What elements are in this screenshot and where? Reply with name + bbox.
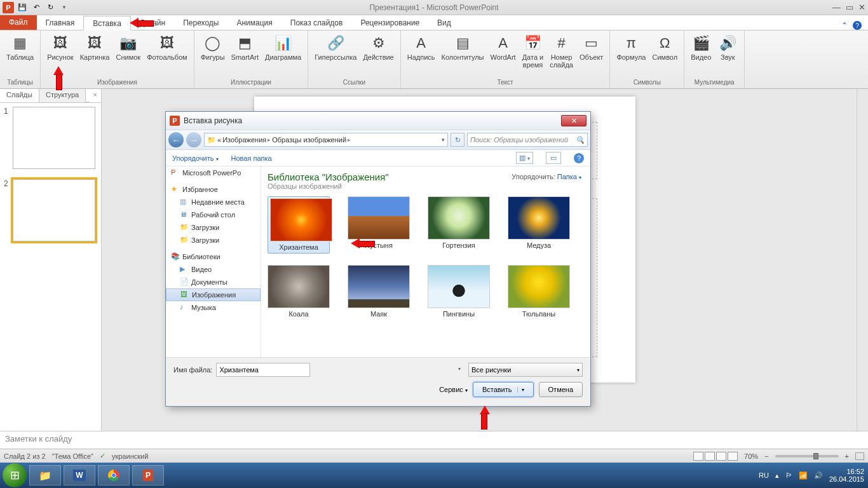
tab-показ слайдов[interactable]: Показ слайдов <box>281 15 352 30</box>
reading-view-icon[interactable] <box>716 452 726 461</box>
wordart-btn[interactable]: AWordArt <box>488 32 519 62</box>
zoom-value[interactable]: 70% <box>744 452 758 460</box>
chart-btn[interactable]: 📊Диаграмма <box>262 32 304 62</box>
zoom-in-icon[interactable]: + <box>845 452 849 460</box>
nav-forward-button[interactable]: → <box>186 132 201 147</box>
view-mode-button[interactable]: ▥ ▾ <box>516 152 533 164</box>
favorites-node[interactable]: ★Избранное <box>166 183 261 196</box>
file-koala[interactable]: Коала <box>268 265 330 318</box>
panel-close-icon[interactable]: × <box>90 89 101 102</box>
qat-customize-icon[interactable]: ▼ <box>58 2 70 13</box>
spellcheck-icon[interactable]: ✓ <box>100 452 105 460</box>
file-chrysanthemum[interactable]: Хризантема <box>268 196 330 254</box>
help-icon[interactable]: ? <box>853 21 862 30</box>
crumb-segment[interactable]: « <box>217 136 221 144</box>
taskbar-powerpoint[interactable]: P <box>132 465 164 485</box>
tab-вид[interactable]: Вид <box>428 15 460 30</box>
refresh-icon[interactable]: ↻ <box>451 133 465 147</box>
tray-time[interactable]: 16:52 <box>829 468 864 475</box>
restore-icon[interactable]: ▭ <box>846 3 853 12</box>
vertical-scrollbar[interactable] <box>857 89 868 431</box>
datetime-btn[interactable]: 📅Дата и время <box>520 32 546 70</box>
tray-date[interactable]: 26.04.2015 <box>829 475 864 483</box>
slide-thumbnail[interactable] <box>13 179 95 241</box>
preview-pane-button[interactable]: ▭ <box>546 152 561 164</box>
redo-icon[interactable]: ↻ <box>44 2 56 13</box>
dialog-titlebar[interactable]: P Вставка рисунка ✕ <box>166 112 590 130</box>
slideshow-view-icon[interactable] <box>728 452 738 461</box>
tray-flag-icon[interactable]: 🏳 <box>785 471 792 479</box>
images-node[interactable]: 🖼Изображения <box>166 288 261 301</box>
downloads2-node[interactable]: 📁Загрузки <box>166 234 261 247</box>
file-hydrangeas[interactable]: Гортензия <box>428 196 490 254</box>
minimize-ribbon-icon[interactable]: ⌃ <box>841 21 848 30</box>
powerpoint-node[interactable]: PMicrosoft PowerPo <box>166 166 261 179</box>
video-node[interactable]: ▶Видео <box>166 263 261 276</box>
taskbar-chrome[interactable] <box>98 465 130 485</box>
tab-переходы[interactable]: Переходы <box>174 15 227 30</box>
minimize-icon[interactable]: ― <box>832 3 841 12</box>
file-tulips[interactable]: Тюльпаны <box>508 265 570 318</box>
symbol-btn[interactable]: ΩСимвол <box>649 32 680 62</box>
music-node[interactable]: ♪Музыка <box>166 301 261 314</box>
table-btn[interactable]: ▦Таблица <box>4 32 36 62</box>
photoalbum-btn[interactable]: 🖼Фотоальбом <box>144 32 190 62</box>
filename-input[interactable] <box>216 363 310 377</box>
library-sort[interactable]: Упорядочить: Папка ▾ <box>512 173 581 180</box>
tray-volume-icon[interactable]: 🔊 <box>814 471 823 480</box>
screenshot-btn[interactable]: 📷Снимок <box>113 32 143 62</box>
slidenumber-btn[interactable]: #Номер слайда <box>547 32 576 70</box>
tray-network-icon[interactable]: 📶 <box>799 471 808 480</box>
action-btn[interactable]: ⚙Действие <box>360 32 396 62</box>
hyperlink-btn[interactable]: 🔗Гиперссылка <box>312 32 359 62</box>
video-btn[interactable]: 🎬Видео <box>688 32 714 62</box>
taskbar-explorer[interactable]: 📁 <box>29 465 61 485</box>
filename-dropdown-icon[interactable]: ▾ <box>458 366 461 372</box>
picture-btn[interactable]: 🖼Рисунок <box>44 32 76 62</box>
tray-lang[interactable]: RU <box>759 471 769 479</box>
tools-button[interactable]: Сервис ▾ <box>439 386 468 393</box>
panel-tab-slides[interactable]: Слайды <box>0 89 39 102</box>
clipart-btn[interactable]: 🖼Картинка <box>78 32 112 62</box>
search-input[interactable]: Поиск: Образцы изображений 🔍 <box>467 133 588 147</box>
nav-back-button[interactable]: ← <box>168 132 184 147</box>
object-btn[interactable]: ▭Объект <box>577 32 606 62</box>
crumb-segment[interactable]: Изображения <box>222 136 266 144</box>
dialog-close-button[interactable]: ✕ <box>561 115 587 126</box>
crumb-segment[interactable]: Образцы изображений <box>272 136 346 144</box>
dialog-help-icon[interactable]: ? <box>574 153 584 163</box>
libraries-node[interactable]: 📚Библиотеки <box>166 250 261 263</box>
file-lighthouse[interactable]: Маяк <box>348 265 410 318</box>
tab-вставка[interactable]: Вставка <box>83 16 131 30</box>
file-filter-select[interactable]: Все рисунки ▾ <box>468 363 583 377</box>
crumb-dropdown-icon[interactable]: ▾ <box>442 137 445 143</box>
file-penguins[interactable]: Пингвины <box>428 265 490 318</box>
notes-pane[interactable]: Заметки к слайду <box>0 431 868 449</box>
normal-view-icon[interactable] <box>693 452 703 461</box>
zoom-out-icon[interactable]: − <box>764 452 768 460</box>
recent-node[interactable]: ▥Недавние места <box>166 196 261 208</box>
status-language[interactable]: украинский <box>112 452 148 460</box>
undo-icon[interactable]: ↶ <box>31 2 42 13</box>
tab-анимация[interactable]: Анимация <box>227 15 281 30</box>
taskbar-word[interactable]: W <box>64 465 95 485</box>
zoom-slider[interactable] <box>775 455 839 458</box>
insert-button[interactable]: Вставить▾ <box>473 382 534 397</box>
documents-node[interactable]: 📄Документы <box>166 276 261 288</box>
downloads1-node[interactable]: 📁Загрузки <box>166 221 261 234</box>
tray-show-hidden-icon[interactable]: ▴ <box>775 471 779 480</box>
cancel-button[interactable]: Отмена <box>539 382 583 397</box>
file-jellyfish[interactable]: Медуза <box>508 196 570 254</box>
fit-window-icon[interactable] <box>855 452 864 460</box>
shapes-btn[interactable]: ◯Фигуры <box>198 32 227 62</box>
textbox-btn[interactable]: AНадпись <box>405 32 438 62</box>
audio-btn[interactable]: 🔊Звук <box>715 32 740 62</box>
tab-главная[interactable]: Главная <box>37 15 84 30</box>
smartart-btn[interactable]: ⬒SmartArt <box>229 32 261 62</box>
slide-thumbnail[interactable] <box>13 107 95 169</box>
breadcrumb[interactable]: 📁 « Изображения ▸ Образцы изображений ▸ … <box>204 133 448 147</box>
desktop-node[interactable]: 🖥Рабочий стол <box>166 208 261 221</box>
tab-рецензирование[interactable]: Рецензирование <box>351 15 428 30</box>
save-icon[interactable]: 💾 <box>17 2 28 13</box>
start-button[interactable]: ⊞ <box>3 463 27 487</box>
